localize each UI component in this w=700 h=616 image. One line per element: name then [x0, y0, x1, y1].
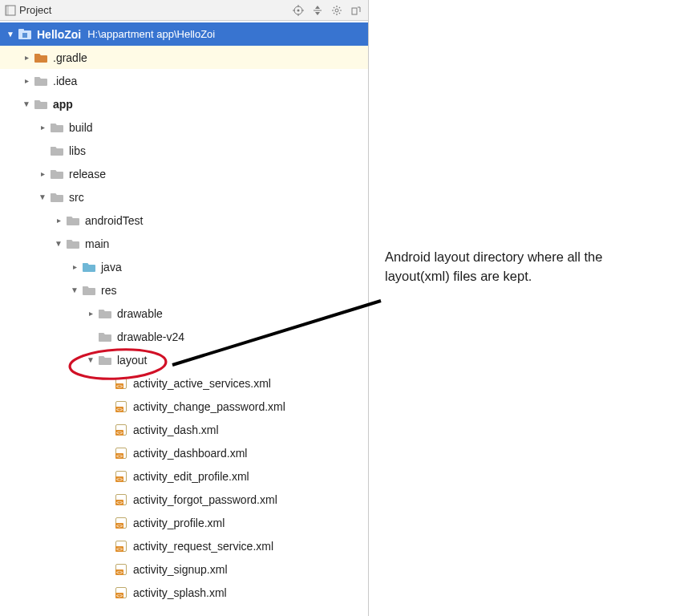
chevron-down-icon[interactable]: ▼ [69, 286, 80, 294]
hide-icon[interactable] [349, 3, 363, 18]
annotation-line2: layout(xml) files are kept. [385, 267, 682, 286]
collapse-icon[interactable] [310, 3, 325, 18]
chevron-down-icon[interactable]: ▼ [85, 355, 96, 364]
tree-item[interactable]: ▸activity_splash.xml [0, 581, 368, 604]
chevron-right-icon[interactable]: ▸ [85, 309, 96, 318]
xml-file-icon [114, 540, 128, 553]
folder-icon [98, 307, 112, 320]
chevron-down-icon[interactable]: ▼ [21, 99, 32, 108]
tree-item-label: activity_change_password.xml [133, 400, 285, 413]
chevron-right-icon[interactable]: ▸ [21, 53, 32, 62]
tree-item[interactable]: ▼main [0, 232, 368, 255]
project-tree: ▼ HelloZoi H:\appartment app\HelloZoi ▸.… [0, 21, 368, 606]
tree-item[interactable]: ▸.idea [0, 69, 368, 92]
tree-item-label: activity_profile.xml [133, 517, 225, 529]
tree-item-label: build [69, 121, 93, 134]
panel-header: Project [0, 0, 368, 21]
project-panel-icon [5, 5, 16, 16]
tree-item-label: java [101, 261, 122, 274]
xml-file-icon [114, 586, 128, 599]
tree-item-label: drawable-v24 [117, 330, 184, 343]
svg-line-15 [339, 12, 340, 13]
chevron-down-icon[interactable]: ▼ [37, 192, 48, 201]
svg-line-17 [339, 7, 340, 8]
tree-item-label: activity_active_services.xml [133, 377, 271, 390]
tree-item[interactable]: ▸.gradle [0, 46, 368, 69]
chevron-right-icon[interactable]: ▸ [21, 76, 32, 85]
tree-item-label: androidTest [85, 214, 143, 227]
tree-item[interactable]: ▸build [0, 116, 368, 139]
xml-file-icon [114, 424, 128, 436]
chevron-right-icon[interactable]: ▸ [53, 216, 64, 225]
chevron-right-icon[interactable]: ▸ [37, 123, 48, 132]
tree-item[interactable]: ▸activity_edit_profile.xml [0, 464, 368, 488]
module-icon [18, 28, 32, 41]
tree-item[interactable]: ▼src [0, 185, 368, 209]
tree-item-label: layout [117, 354, 147, 367]
tree-item[interactable]: ▼res [0, 278, 368, 302]
chevron-right-icon[interactable]: ▸ [37, 169, 48, 178]
target-icon[interactable] [291, 3, 305, 18]
tree-item[interactable]: ▸activity_forgot_password.xml [0, 488, 368, 511]
tree-root[interactable]: ▼ HelloZoi H:\appartment app\HelloZoi [0, 22, 368, 46]
project-panel: Project ▼ HelloZoi H:\appartment app\H [0, 0, 369, 616]
tree-item[interactable]: ▸activity_dashboard.xml [0, 441, 368, 464]
tree-item-label: activity_signup.xml [133, 563, 228, 576]
svg-line-16 [334, 12, 334, 13]
folder-icon [50, 168, 64, 180]
tree-item-label: release [69, 168, 106, 180]
folder-icon [50, 144, 64, 157]
tree-item-label: activity_request_service.xml [133, 540, 273, 553]
tree-item[interactable]: ▸drawable [0, 302, 368, 325]
tree-item-label: drawable [117, 307, 163, 320]
panel-toolbar [291, 3, 363, 18]
tree-item[interactable]: ▸activity_change_password.xml [0, 395, 368, 418]
xml-file-icon [114, 517, 128, 529]
panel-title: Project [19, 4, 291, 16]
folder-icon [34, 51, 48, 64]
folder-icon [66, 214, 80, 227]
svg-point-3 [297, 9, 300, 11]
svg-rect-20 [18, 29, 24, 32]
tree-item[interactable]: ▸activity_request_service.xml [0, 534, 368, 557]
annotation-text: Android layout directory where all the l… [385, 248, 682, 286]
tree-item-label: src [69, 191, 84, 204]
xml-file-icon [114, 563, 128, 576]
chevron-down-icon[interactable]: ▼ [53, 239, 64, 248]
xml-file-icon [114, 493, 128, 506]
tree-item[interactable]: ▸libs [0, 139, 368, 162]
gear-icon[interactable] [330, 3, 344, 18]
chevron-down-icon[interactable]: ▼ [5, 30, 16, 38]
chevron-right-icon[interactable]: ▸ [69, 262, 80, 271]
folder-icon [34, 75, 48, 87]
tree-item-label: app [53, 98, 73, 111]
annotation-line1: Android layout directory where all the [385, 248, 682, 267]
xml-file-icon [114, 400, 128, 413]
tree-item[interactable]: ▸activity_profile.xml [0, 511, 368, 534]
folder-icon [66, 237, 80, 250]
folder-icon [98, 330, 112, 343]
folder-icon [34, 98, 48, 111]
tree-item[interactable]: ▼app [0, 92, 368, 116]
tree-item-label: .gradle [53, 51, 87, 64]
tree-item-label: res [101, 284, 116, 297]
folder-icon [50, 121, 64, 134]
svg-line-14 [334, 7, 334, 8]
svg-rect-21 [22, 33, 27, 38]
xml-file-icon [114, 377, 128, 390]
tree-item[interactable]: ▸activity_signup.xml [0, 557, 368, 581]
svg-point-9 [335, 9, 338, 12]
tree-item[interactable]: ▸java [0, 255, 368, 278]
tree-item-label: main [85, 237, 109, 250]
tree-item[interactable]: ▸drawable-v24 [0, 325, 368, 348]
tree-root-label: HelloZoi [37, 28, 81, 41]
folder-icon [98, 354, 112, 367]
tree-item[interactable]: ▼layout [0, 348, 368, 371]
tree-item[interactable]: ▸activity_active_services.xml [0, 371, 368, 395]
tree-item[interactable]: ▸activity_dash.xml [0, 418, 368, 441]
tree-item[interactable]: ▸release [0, 162, 368, 185]
tree-item-label: .idea [53, 75, 77, 87]
tree-item[interactable]: ▸androidTest [0, 209, 368, 232]
folder-icon [82, 284, 96, 297]
tree-item-label: activity_forgot_password.xml [133, 493, 277, 506]
